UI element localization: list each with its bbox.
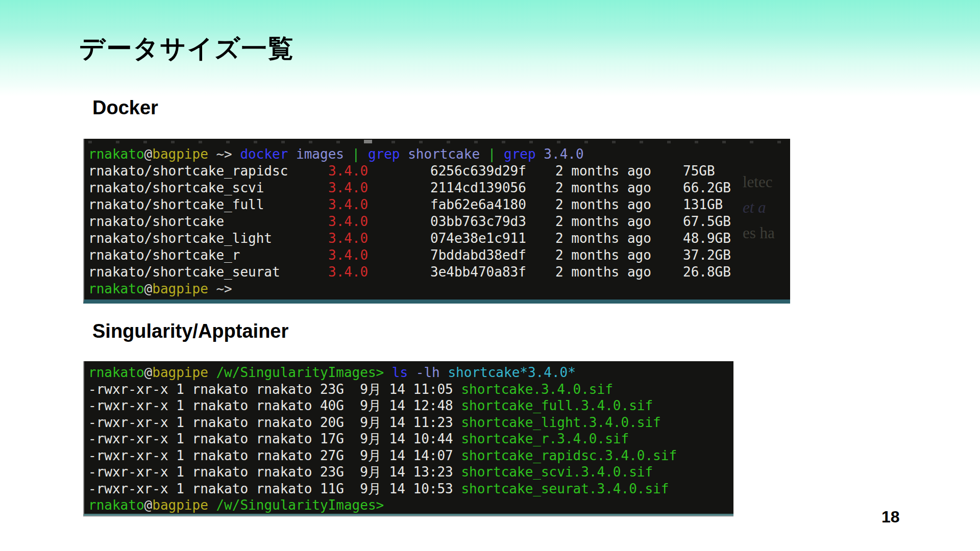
docker-image-row: rnakato/shortcake_rapidsc3.4.06256c639d2… [88,163,790,180]
image-created: 2 months ago [555,196,683,213]
docker-closing-prompt: rnakato@bagpipe ~> [88,281,790,297]
docker-image-row: rnakato/shortcake_r3.4.07bddabd38edf2 mo… [88,247,790,264]
file-name: shortcake_rapidsc.3.4.0.sif [461,448,677,463]
file-list-row: -rwxr-xr-x 1 rnakato rnakato 17G 9月 14 1… [88,431,733,447]
command-docker: docker [240,146,288,162]
file-meta: -rwxr-xr-x 1 rnakato rnakato 40G 9月 14 1… [88,398,461,413]
docker-terminal-screenshot: rnakato@bagpipe ~> docker images | grep … [83,139,790,304]
command-arg-shortcake: shortcake [400,146,480,162]
prompt-at-sign: @ [144,281,153,296]
image-created: 2 months ago [555,163,683,180]
image-size: 26.8GB [683,264,790,281]
command-grep: grep [368,146,400,162]
image-id: 03bb763c79d3 [430,213,555,230]
file-list-row: -rwxr-xr-x 1 rnakato rnakato 11G 9月 14 1… [88,481,733,497]
command-arg-version: 3.4.0 [536,146,584,162]
clipped-terminal-line [88,141,785,143]
image-tag: 3.4.0 [328,213,430,230]
page-title: データサイズ一覧 [79,32,295,66]
prompt-hostname: bagpipe [152,497,208,513]
file-name: shortcake.3.4.0.sif [461,382,612,397]
prompt-at-sign: @ [144,365,153,380]
image-tag: 3.4.0 [328,180,430,196]
file-meta: -rwxr-xr-x 1 rnakato rnakato 11G 9月 14 1… [88,481,461,496]
docker-prompt-line: rnakato@bagpipe ~> docker images | grep … [88,146,790,163]
image-repository: rnakato/shortcake_rapidsc [88,163,328,180]
file-name: shortcake_r.3.4.0.sif [461,431,629,446]
file-list-row: -rwxr-xr-x 1 rnakato rnakato 27G 9月 14 1… [88,447,733,464]
file-meta: -rwxr-xr-x 1 rnakato rnakato 17G 9月 14 1… [88,431,461,446]
prompt-username: rnakato [88,365,144,380]
prompt-hostname: bagpipe [152,146,208,162]
singularity-terminal-screenshot: rnakato@bagpipe /w/SingularityImages> ls… [83,361,733,516]
bleed-text-line: es ha [743,224,775,242]
file-meta: -rwxr-xr-x 1 rnakato rnakato 23G 9月 14 1… [88,464,461,480]
image-id: 3e4bb470a83f [430,264,555,281]
file-name: shortcake_full.3.4.0.sif [461,398,653,413]
image-tag: 3.4.0 [328,196,430,213]
image-created: 2 months ago [555,180,683,196]
image-id: 6256c639d29f [430,163,555,180]
singularity-closing-prompt: rnakato@bagpipe /w/SingularityImages> [88,497,733,514]
pipe-symbol: | [480,146,504,162]
file-meta: -rwxr-xr-x 1 rnakato rnakato 23G 9月 14 1… [88,382,461,397]
prompt-hostname: bagpipe [152,281,208,296]
image-tag: 3.4.0 [328,163,430,180]
bleed-text-line: letec [743,173,773,191]
image-id: 2114cd139056 [430,180,555,196]
docker-image-row: rnakato/shortcake_seurat3.4.03e4bb470a83… [88,264,790,281]
image-created: 2 months ago [555,230,683,247]
docker-section-heading: Docker [92,97,158,119]
prompt-arrow: ~> [208,281,232,296]
pipe-symbol: | [344,146,368,162]
prompt-username: rnakato [88,281,144,296]
prompt-username: rnakato [88,497,144,513]
file-name: shortcake_seurat.3.4.0.sif [461,481,669,496]
docker-image-row: rnakato/shortcake3.4.003bb763c79d32 mont… [88,213,790,230]
image-id: 074e38e1c911 [430,230,555,247]
command-flag-lh: -lh [408,365,440,380]
image-tag: 3.4.0 [328,264,430,281]
image-repository: rnakato/shortcake_r [88,247,328,264]
prompt-at-sign: @ [144,497,153,513]
docker-image-row: rnakato/shortcake_scvi3.4.02114cd1390562… [88,180,790,196]
file-meta: -rwxr-xr-x 1 rnakato rnakato 27G 9月 14 1… [88,448,461,463]
prompt-path: /w/SingularityImages> [208,497,384,513]
image-repository: rnakato/shortcake_seurat [88,264,328,281]
image-created: 2 months ago [555,213,683,230]
command-grep: grep [504,146,536,162]
singularity-section-heading: Singularity/Apptainer [92,320,288,342]
image-id: 7bddabd38edf [430,247,555,264]
image-created: 2 months ago [555,264,683,281]
page-number: 18 [881,508,900,527]
command-glob-pattern: shortcake*3.4.0* [440,365,576,380]
command-ls: ls [384,365,408,380]
image-repository: rnakato/shortcake_scvi [88,180,328,196]
image-repository: rnakato/shortcake_full [88,196,328,213]
docker-image-row: rnakato/shortcake_light3.4.0074e38e1c911… [88,230,790,247]
file-name: shortcake_light.3.4.0.sif [461,415,660,430]
prompt-username: rnakato [88,146,144,162]
file-list-row: -rwxr-xr-x 1 rnakato rnakato 23G 9月 14 1… [88,381,733,398]
file-name: shortcake_scvi.3.4.0.sif [461,464,653,480]
file-meta: -rwxr-xr-x 1 rnakato rnakato 20G 9月 14 1… [88,415,461,430]
image-size: 37.2GB [683,247,790,264]
prompt-hostname: bagpipe [152,365,208,380]
file-list-row: -rwxr-xr-x 1 rnakato rnakato 40G 9月 14 1… [88,397,733,414]
image-created: 2 months ago [555,247,683,264]
image-repository: rnakato/shortcake [88,213,328,230]
image-id: fab62e6a4180 [430,196,555,213]
prompt-path: /w/SingularityImages> [208,365,384,380]
file-list-row: -rwxr-xr-x 1 rnakato rnakato 23G 9月 14 1… [88,464,733,481]
image-tag: 3.4.0 [328,230,430,247]
prompt-at-sign: @ [144,146,153,162]
image-tag: 3.4.0 [328,247,430,264]
command-arg-images: images [288,146,344,162]
image-repository: rnakato/shortcake_light [88,230,328,247]
singularity-prompt-line: rnakato@bagpipe /w/SingularityImages> ls… [88,364,733,381]
prompt-arrow: ~> [208,146,240,162]
bleed-through-document-text: letecet aes ha [743,169,799,246]
bleed-text-line: et a [743,198,766,216]
file-list-row: -rwxr-xr-x 1 rnakato rnakato 20G 9月 14 1… [88,414,733,431]
docker-image-row: rnakato/shortcake_full3.4.0fab62e6a41802… [88,196,790,213]
